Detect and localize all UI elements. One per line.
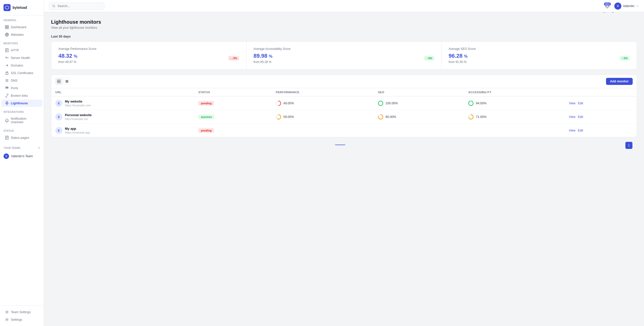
svg-point-42 bbox=[67, 82, 68, 83]
chevron-down-icon bbox=[636, 5, 639, 8]
sidebar-item-label: Websites bbox=[11, 33, 24, 37]
sidebar-item-label: Settings bbox=[11, 318, 22, 321]
sidebar-item-label: Status pages bbox=[11, 136, 29, 140]
table-row: E Personal website http://example.me suc… bbox=[51, 110, 637, 124]
view-toggle bbox=[55, 78, 70, 85]
sidebar-item-dashboard[interactable]: Dashboard bbox=[2, 23, 42, 31]
status-badge-0: pending bbox=[198, 101, 214, 106]
breadcrumb-current: Lighthouse Monitors bbox=[610, 12, 637, 13]
svg-rect-33 bbox=[59, 82, 60, 83]
notification-button[interactable]: SEO bbox=[603, 2, 611, 10]
col-performance: Performance bbox=[272, 88, 374, 96]
sidebar-item-server-health[interactable]: Server Health bbox=[2, 54, 42, 61]
cell-accessibility-2 bbox=[464, 124, 565, 137]
add-monitor-button[interactable]: Add monitor bbox=[606, 78, 633, 85]
period-label: Last 30 days bbox=[51, 35, 637, 38]
site-url-0: https://example.com bbox=[65, 104, 91, 107]
user-menu[interactable]: V Valentin bbox=[614, 3, 639, 10]
stat-badge-1: ↑ 6% bbox=[424, 56, 434, 60]
logo-icon bbox=[4, 4, 11, 11]
stat-change-1: from 85.28 % bbox=[254, 60, 272, 64]
sidebar-item-notifications[interactable]: Notification channels bbox=[2, 115, 42, 126]
section-label-status: Status bbox=[0, 126, 44, 134]
cell-status-0: pending bbox=[194, 96, 272, 110]
stat-badge-0: ↓ -3% bbox=[228, 56, 239, 60]
sidebar-item-label: Team Settings bbox=[11, 310, 31, 314]
sidebar: byteload General Dashboard Websites Moni… bbox=[0, 0, 44, 326]
sidebar-section-status: Status Status pages bbox=[0, 126, 44, 142]
sidebar-item-label: DNS bbox=[11, 79, 17, 82]
svg-rect-31 bbox=[59, 80, 60, 81]
section-label-integrations: Integrations bbox=[0, 107, 44, 115]
sidebar-item-label: Domains bbox=[11, 64, 23, 67]
sidebar-item-domains[interactable]: Domains bbox=[2, 62, 42, 69]
grid-view-button[interactable] bbox=[63, 78, 70, 85]
home-icon bbox=[602, 12, 606, 13]
edit-link-2[interactable]: Edit bbox=[578, 129, 583, 132]
sidebar-item-broken-links[interactable]: Broken links bbox=[2, 92, 42, 99]
stat-card-accessibility: Average Accessibility Score 89.98 % from… bbox=[247, 42, 442, 69]
svg-point-36 bbox=[67, 80, 68, 81]
monitors-table: URL Status Performance SEO Accessibility… bbox=[51, 88, 637, 137]
main-area: SEO V Valentin Lighthouse monitors View … bbox=[44, 0, 644, 326]
cell-performance-0: 49.00% bbox=[272, 96, 374, 110]
cell-url-0: E My website https://example.com bbox=[51, 96, 194, 110]
sidebar-item-status-pages[interactable]: Status pages bbox=[2, 134, 42, 141]
sidebar-item-http[interactable]: HTTP bbox=[2, 47, 42, 54]
sidebar-item-label: HTTP bbox=[11, 49, 19, 52]
sidebar-item-settings[interactable]: Settings bbox=[2, 316, 42, 323]
search-box[interactable] bbox=[49, 3, 104, 10]
page-button-1[interactable]: 1 bbox=[625, 142, 632, 149]
sidebar-item-dns[interactable]: DNS bbox=[2, 77, 42, 84]
col-url: URL bbox=[51, 88, 194, 96]
cell-actions-2: View Edit bbox=[565, 124, 637, 137]
add-team-button[interactable]: + bbox=[38, 146, 40, 150]
stat-title-0: Average Performance Score bbox=[58, 47, 239, 51]
stat-value-0: 48.32 % bbox=[58, 53, 77, 59]
cell-seo-1: 80.00% bbox=[374, 110, 464, 124]
col-status: Status bbox=[194, 88, 272, 96]
svg-rect-32 bbox=[57, 82, 59, 83]
edit-link-0[interactable]: Edit bbox=[578, 102, 583, 105]
header-right: SEO V Valentin bbox=[603, 2, 639, 10]
sidebar-item-label: Dashboard bbox=[11, 25, 26, 29]
stat-card-seo: Average SEO Score 96.28 % from 91.50 % ↑… bbox=[441, 42, 637, 69]
site-url-1: http://example.me bbox=[65, 117, 92, 120]
edit-link-1[interactable]: Edit bbox=[578, 115, 583, 119]
sidebar-item-lighthouse[interactable]: Lighthouse bbox=[2, 100, 42, 107]
cell-status-1: success bbox=[194, 110, 272, 124]
search-input[interactable] bbox=[58, 4, 101, 8]
cell-url-1: E Personal website http://example.me bbox=[51, 110, 194, 124]
status-badge-2: pending bbox=[198, 128, 214, 133]
sidebar-item-team-settings[interactable]: Team Settings bbox=[2, 308, 42, 316]
svg-point-41 bbox=[67, 82, 67, 83]
cell-performance-1: 59.00% bbox=[272, 110, 374, 124]
svg-rect-1 bbox=[7, 25, 9, 27]
svg-point-35 bbox=[67, 80, 67, 81]
col-accessibility: Accessibility bbox=[464, 88, 565, 96]
sidebar-item-websites[interactable]: Websites bbox=[2, 31, 42, 38]
team-item[interactable]: V Valentin's Team bbox=[0, 152, 44, 161]
svg-point-39 bbox=[67, 81, 68, 82]
teams-section: Your teams + V Valentin's Team bbox=[0, 142, 44, 163]
sidebar-item-label: Broken links bbox=[11, 94, 28, 97]
view-link-2[interactable]: View bbox=[569, 129, 576, 132]
site-name-1: Personal website bbox=[65, 113, 92, 117]
stat-title-2: Average SEO Score bbox=[449, 47, 630, 51]
cell-accessibility-1: 71.00% bbox=[464, 110, 565, 124]
svg-point-15 bbox=[8, 87, 8, 87]
cell-url-2: E My app https://example.app bbox=[51, 124, 194, 137]
sidebar-section-integrations: Integrations Notification channels bbox=[0, 107, 44, 126]
list-view-button[interactable] bbox=[55, 78, 62, 85]
notification-badge: SEO bbox=[604, 3, 611, 6]
svg-rect-3 bbox=[7, 27, 9, 29]
sidebar-item-ports[interactable]: Ports bbox=[2, 84, 42, 92]
cell-seo-0: 100.00% bbox=[374, 96, 464, 110]
svg-point-14 bbox=[7, 87, 7, 87]
sidebar-item-ssl[interactable]: SSL Certificates bbox=[2, 69, 42, 77]
view-link-0[interactable]: View bbox=[569, 102, 576, 105]
site-name-0: My website bbox=[65, 100, 91, 103]
table-row: E My app https://example.app pending Vie… bbox=[51, 124, 637, 137]
view-link-1[interactable]: View bbox=[569, 115, 576, 119]
cell-seo-2 bbox=[374, 124, 464, 137]
